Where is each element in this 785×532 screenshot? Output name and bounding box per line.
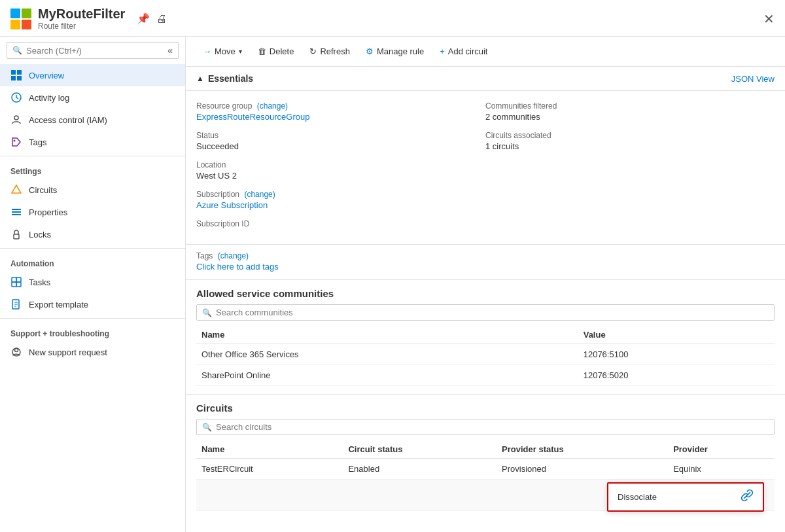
tasks-icon [10, 276, 22, 288]
svg-marker-13 [12, 185, 21, 193]
close-icon[interactable]: ✕ [763, 11, 775, 27]
circuits-search-bar[interactable]: 🔍 [196, 419, 775, 435]
sidebar-item-activity-log[interactable]: Activity log [0, 86, 185, 109]
svg-rect-17 [14, 234, 19, 239]
community-name-1: Other Office 365 Services [196, 344, 578, 365]
properties-icon [10, 206, 22, 218]
main-container: 🔍 « Overview Activity log Access control… [0, 37, 785, 532]
communities-table-body: Other Office 365 Services 12076:5100 Sha… [196, 344, 775, 386]
tags-section: Tags (change) Click here to add tags [186, 245, 785, 280]
community-value-2: 12076:5020 [578, 365, 775, 386]
circuit-name-1: TestERCircuit [196, 459, 343, 480]
json-view-link[interactable]: JSON View [731, 74, 775, 84]
resource-group-link[interactable]: ExpressRouteResourceGroup [196, 112, 309, 122]
svg-rect-20 [12, 282, 16, 287]
refresh-icon: ↻ [309, 46, 317, 56]
dissociate-label: Dissociate [618, 492, 657, 502]
svg-rect-2 [10, 20, 20, 29]
subscription-link[interactable]: Azure Subscription [196, 200, 268, 210]
collapse-icon[interactable]: « [167, 45, 173, 56]
communities-search-input[interactable] [216, 308, 769, 317]
settings-section-label: Settings [0, 159, 185, 179]
svg-rect-14 [12, 209, 21, 210]
move-button[interactable]: → Move ▾ [196, 43, 249, 60]
add-circuit-button[interactable]: + Add circuit [433, 43, 494, 60]
pin-icon[interactable]: 📌 [137, 12, 150, 25]
search-icon: 🔍 [12, 46, 22, 55]
svg-rect-18 [12, 277, 16, 282]
support-section-label: Support + troubleshooting [0, 321, 185, 341]
add-tags-link[interactable]: Click here to add tags [196, 262, 279, 272]
svg-line-28 [744, 492, 750, 499]
tags-icon [10, 136, 22, 148]
circuit-provider-1: Equinix [668, 459, 775, 480]
essentials-title: ▲ Essentials [196, 73, 253, 84]
svg-point-27 [15, 349, 18, 352]
circuits-col-status: Circuit status [343, 440, 497, 459]
sidebar-item-properties-label: Properties [29, 207, 67, 217]
tags-change-link[interactable]: (change) [218, 251, 249, 260]
sidebar: 🔍 « Overview Activity log Access control… [0, 37, 186, 532]
circuit-provider-status-1: Provisioned [497, 459, 668, 480]
dissociate-icon [741, 489, 754, 505]
delete-icon: 🗑 [258, 46, 266, 56]
title-group: MyRouteFilter Route filter [38, 7, 125, 31]
communities-col-name: Name [196, 326, 578, 344]
circuits-col-provider: Provider [668, 440, 775, 459]
resource-group-item: Resource group (change) ExpressRouteReso… [196, 99, 485, 128]
circuits-search-input[interactable] [216, 422, 769, 432]
sidebar-item-support-label: New support request [29, 347, 107, 357]
dissociate-popup[interactable]: Dissociate [607, 482, 764, 512]
essentials-grid: Resource group (change) ExpressRouteReso… [186, 91, 785, 245]
essentials-header: ▲ Essentials JSON View [186, 67, 785, 91]
sidebar-item-circuits[interactable]: Circuits [0, 179, 185, 201]
communities-section: Allowed service communities 🔍 Name Value [186, 280, 785, 395]
communities-search-bar[interactable]: 🔍 [196, 304, 775, 321]
sidebar-item-access-control[interactable]: Access control (IAM) [0, 109, 185, 131]
svg-rect-5 [17, 70, 22, 75]
sidebar-item-activity-label: Activity log [29, 93, 69, 103]
sidebar-item-locks[interactable]: Locks [0, 223, 185, 245]
move-chevron-icon: ▾ [239, 48, 242, 55]
subscription-change[interactable]: (change) [244, 190, 275, 199]
sidebar-item-tags[interactable]: Tags [0, 131, 185, 153]
circuits-section: Circuits 🔍 Name Circuit status Provider … [186, 395, 785, 519]
sidebar-item-properties[interactable]: Properties [0, 201, 185, 223]
move-icon: → [203, 46, 211, 56]
svg-rect-6 [11, 76, 16, 80]
access-control-icon [10, 114, 22, 126]
svg-rect-3 [22, 20, 31, 29]
communities-col-value: Value [578, 326, 775, 344]
location-item: Location West US 2 [196, 158, 485, 187]
page-subtitle: Route filter [38, 22, 125, 31]
sidebar-item-new-support[interactable]: New support request [0, 341, 185, 363]
communities-table-header: Name Value [196, 326, 775, 344]
circuits-icon [10, 184, 22, 196]
chevron-up-icon[interactable]: ▲ [196, 74, 204, 83]
search-input[interactable] [26, 46, 164, 56]
subscription-item: Subscription (change) Azure Subscription [196, 187, 485, 217]
subscription-id-item: Subscription ID [196, 217, 485, 236]
toolbar: → Move ▾ 🗑 Delete ↻ Refresh ⚙ Manage rul… [186, 37, 785, 67]
print-icon[interactable]: 🖨 [156, 13, 167, 25]
communities-search-icon: 🔍 [202, 308, 212, 317]
sidebar-item-tasks[interactable]: Tasks [0, 271, 185, 293]
search-box[interactable]: 🔍 « [7, 42, 179, 59]
circuits-table-body: TestERCircuit Enabled Provisioned Equini… [196, 459, 775, 511]
community-name-2: SharePoint Online [196, 365, 578, 386]
sidebar-item-export-template[interactable]: Export template [0, 293, 185, 315]
resource-group-change[interactable]: (change) [257, 101, 288, 111]
svg-point-12 [14, 140, 16, 142]
delete-button[interactable]: 🗑 Delete [251, 43, 301, 60]
sidebar-item-tags-label: Tags [29, 137, 46, 147]
divider-support [0, 318, 185, 319]
dissociate-popup-row: Dissociate [196, 480, 775, 511]
manage-rule-button[interactable]: ⚙ Manage rule [359, 43, 430, 60]
automation-section-label: Automation [0, 251, 185, 271]
svg-line-10 [16, 98, 18, 99]
refresh-button[interactable]: ↻ Refresh [303, 43, 357, 60]
circuits-associated-item: Circuits associated 1 circuits [485, 128, 775, 158]
table-row: TestERCircuit Enabled Provisioned Equini… [196, 459, 775, 480]
circuits-col-provider-status: Provider status [497, 440, 668, 459]
sidebar-item-overview[interactable]: Overview [0, 64, 185, 86]
